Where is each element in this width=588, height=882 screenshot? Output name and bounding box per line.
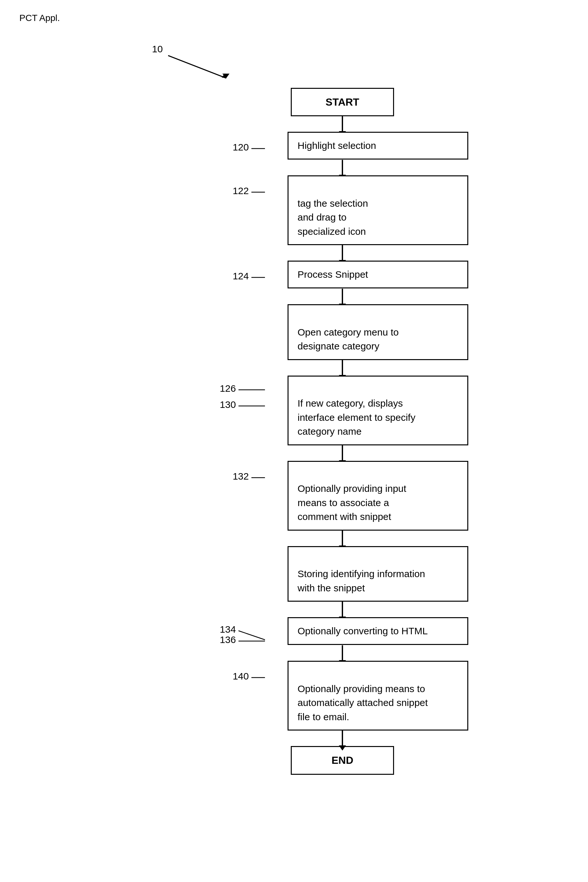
step-open-cat-content: Open category menu to designate category [268, 304, 488, 360]
highlight-text: Highlight selection [297, 140, 376, 151]
ref-124: 124 [197, 261, 268, 289]
arrow-5 [342, 445, 343, 461]
step-providing-wrapper: 140 Optionally providing means to automa… [197, 661, 488, 730]
arrow-9 [342, 730, 343, 746]
arrow-1 [342, 160, 343, 175]
start-label: START [326, 96, 359, 108]
page-header: PCT Appl. [20, 13, 568, 23]
ref-134-136-svg: 134 136 [197, 624, 268, 643]
diagram-container: 10 START 120 Highlight selection [36, 43, 552, 775]
converting-box: Optionally converting to HTML [288, 617, 468, 645]
step-opt-input-content: Optionally providing input means to asso… [268, 461, 488, 530]
arrow-0 [342, 116, 343, 132]
arrow-8 [342, 645, 343, 661]
svg-text:126: 126 [220, 383, 236, 394]
step-process-wrapper: 124 Process Snippet [197, 261, 488, 289]
ref-122-svg: 122 [197, 182, 268, 201]
step-new-cat-wrapper: 126 130 If new category, displays interf… [197, 376, 488, 445]
arrow-4 [342, 360, 343, 376]
ref-empty-2 [197, 546, 268, 553]
ref-empty-1 [197, 304, 268, 311]
end-label: END [332, 754, 353, 766]
svg-line-16 [238, 631, 265, 640]
step-tag-content: tag the selection and drag to specialize… [268, 175, 488, 245]
svg-text:120: 120 [232, 142, 249, 152]
step-process-content: Process Snippet [268, 261, 488, 288]
ref-122: 122 [197, 175, 268, 203]
ref-140: 140 [197, 661, 268, 689]
step-storing-content: Storing identifying information with the… [268, 546, 488, 602]
svg-text:124: 124 [232, 270, 249, 281]
svg-text:130: 130 [220, 399, 236, 410]
converting-text: Optionally converting to HTML [297, 625, 428, 636]
arrow-2 [342, 245, 343, 261]
storing-box: Storing identifying information with the… [288, 546, 468, 602]
opt-input-text: Optionally providing input means to asso… [297, 483, 406, 522]
ref-132-svg: 132 [197, 467, 268, 487]
tag-text: tag the selection and drag to specialize… [297, 198, 368, 237]
ref-140-svg: 140 [197, 667, 268, 687]
ref-134-136: 134 136 [197, 617, 268, 645]
open-cat-text: Open category menu to designate category [297, 327, 399, 352]
providing-text: Optionally providing means to automatica… [297, 684, 428, 722]
step-storing-wrapper: Storing identifying information with the… [197, 546, 488, 602]
step-new-cat-content: If new category, displays interface elem… [268, 376, 488, 445]
ref-126-130: 126 130 [197, 376, 268, 417]
process-text: Process Snippet [297, 269, 368, 280]
ref-126-130-svg: 126 130 [197, 382, 268, 414]
ref-132: 132 [197, 461, 268, 489]
highlight-box: Highlight selection [288, 132, 468, 159]
svg-text:132: 132 [232, 471, 249, 482]
step-highlight-content: Highlight selection [268, 132, 488, 159]
new-cat-text: If new category, displays interface elem… [297, 398, 416, 437]
ref-120: 120 [197, 132, 268, 160]
providing-box: Optionally providing means to automatica… [288, 661, 468, 730]
open-cat-box: Open category menu to designate category [288, 304, 468, 360]
step-highlight-wrapper: 120 Highlight selection [197, 132, 488, 160]
ref-10-arrow: 10 [133, 43, 423, 88]
main-flow: START 120 Highlight selection 122 [133, 88, 552, 775]
svg-text:134: 134 [220, 624, 236, 635]
opt-input-box: Optionally providing input means to asso… [288, 461, 468, 530]
step-open-cat-wrapper: Open category menu to designate category [197, 304, 488, 360]
tag-box: tag the selection and drag to specialize… [288, 175, 468, 245]
step-converting-wrapper: 134 136 Optionally converting to HTML [197, 617, 488, 645]
svg-line-0 [168, 56, 226, 78]
step-providing-content: Optionally providing means to automatica… [268, 661, 488, 730]
storing-text: Storing identifying information with the… [297, 568, 425, 593]
ref-10-label: 10 [152, 44, 163, 54]
new-cat-box: If new category, displays interface elem… [288, 376, 468, 445]
ref-124-svg: 124 [197, 267, 268, 287]
svg-text:122: 122 [232, 185, 249, 196]
step-tag-wrapper: 122 tag the selection and drag to specia… [197, 175, 488, 245]
arrow-6 [342, 530, 343, 546]
arrow-3 [342, 289, 343, 304]
step-converting-content: Optionally converting to HTML [268, 617, 488, 645]
svg-text:140: 140 [232, 671, 249, 681]
process-box: Process Snippet [288, 261, 468, 288]
start-box: START [291, 88, 394, 116]
ref-120-svg: 120 [197, 138, 268, 158]
arrow-7 [342, 602, 343, 617]
svg-text:136: 136 [220, 634, 236, 645]
step-opt-input-wrapper: 132 Optionally providing input means to … [197, 461, 488, 530]
